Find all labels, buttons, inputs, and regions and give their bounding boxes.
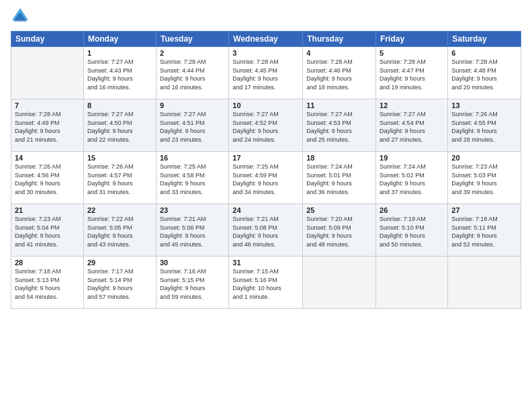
- week-row-4: 21Sunrise: 7:23 AMSunset: 5:04 PMDayligh…: [11, 204, 521, 257]
- day-info: Sunrise: 7:27 AMSunset: 4:50 PMDaylight:…: [87, 110, 152, 144]
- calendar-cell: 5Sunrise: 7:28 AMSunset: 4:47 PMDaylight…: [376, 47, 448, 99]
- calendar-cell: 4Sunrise: 7:28 AMSunset: 4:46 PMDaylight…: [303, 47, 376, 99]
- day-number: 18: [306, 154, 372, 162]
- day-number: 27: [451, 206, 517, 214]
- day-number: 25: [306, 206, 372, 214]
- day-info: Sunrise: 7:27 AMSunset: 4:52 PMDaylight:…: [232, 110, 299, 144]
- day-number: 14: [15, 154, 80, 162]
- logo-icon: [11, 7, 30, 26]
- day-number: 10: [232, 101, 299, 109]
- calendar-cell: 21Sunrise: 7:23 AMSunset: 5:04 PMDayligh…: [11, 204, 84, 257]
- day-info: Sunrise: 7:23 AMSunset: 5:04 PMDaylight:…: [15, 215, 80, 248]
- calendar-cell: 11Sunrise: 7:27 AMSunset: 4:53 PMDayligh…: [303, 99, 376, 152]
- calendar-cell: 16Sunrise: 7:25 AMSunset: 4:58 PMDayligh…: [156, 152, 228, 204]
- calendar-cell: [376, 257, 448, 309]
- day-info: Sunrise: 7:27 AMSunset: 4:54 PMDaylight:…: [380, 110, 444, 144]
- calendar-cell: 8Sunrise: 7:27 AMSunset: 4:50 PMDaylight…: [83, 99, 156, 152]
- day-number: 7: [15, 101, 80, 109]
- week-row-3: 14Sunrise: 7:26 AMSunset: 4:56 PMDayligh…: [11, 152, 521, 204]
- weekday-header-friday: Friday: [376, 32, 448, 47]
- week-row-2: 7Sunrise: 7:28 AMSunset: 4:49 PMDaylight…: [11, 99, 521, 152]
- weekday-header-row: SundayMondayTuesdayWednesdayThursdayFrid…: [11, 32, 521, 47]
- day-number: 13: [451, 101, 517, 109]
- calendar-cell: 25Sunrise: 7:20 AMSunset: 5:09 PMDayligh…: [303, 204, 376, 257]
- day-info: Sunrise: 7:28 AMSunset: 4:49 PMDaylight:…: [15, 110, 80, 144]
- calendar-cell: 9Sunrise: 7:27 AMSunset: 4:51 PMDaylight…: [156, 99, 228, 152]
- weekday-header-tuesday: Tuesday: [156, 32, 228, 47]
- day-number: 16: [160, 154, 225, 162]
- day-info: Sunrise: 7:24 AMSunset: 5:01 PMDaylight:…: [306, 163, 372, 196]
- day-info: Sunrise: 7:18 AMSunset: 5:11 PMDaylight:…: [451, 215, 517, 248]
- day-info: Sunrise: 7:21 AMSunset: 5:06 PMDaylight:…: [160, 215, 225, 248]
- day-info: Sunrise: 7:24 AMSunset: 5:02 PMDaylight:…: [380, 163, 444, 196]
- weekday-header-wednesday: Wednesday: [229, 32, 303, 47]
- calendar-cell: 24Sunrise: 7:21 AMSunset: 5:08 PMDayligh…: [229, 204, 303, 257]
- calendar-cell: 26Sunrise: 7:19 AMSunset: 5:10 PMDayligh…: [376, 204, 448, 257]
- day-info: Sunrise: 7:28 AMSunset: 4:46 PMDaylight:…: [306, 58, 372, 91]
- calendar-cell: 1Sunrise: 7:27 AMSunset: 4:43 PMDaylight…: [83, 47, 156, 99]
- day-number: 12: [380, 101, 444, 109]
- day-info: Sunrise: 7:16 AMSunset: 5:15 PMDaylight:…: [160, 267, 225, 301]
- calendar-cell: 14Sunrise: 7:26 AMSunset: 4:56 PMDayligh…: [11, 152, 84, 204]
- day-info: Sunrise: 7:23 AMSunset: 5:03 PMDaylight:…: [451, 163, 517, 196]
- day-info: Sunrise: 7:27 AMSunset: 4:43 PMDaylight:…: [87, 58, 152, 91]
- day-info: Sunrise: 7:25 AMSunset: 4:58 PMDaylight:…: [160, 163, 225, 196]
- day-info: Sunrise: 7:20 AMSunset: 5:09 PMDaylight:…: [306, 215, 372, 248]
- day-number: 1: [87, 49, 152, 57]
- day-info: Sunrise: 7:28 AMSunset: 4:47 PMDaylight:…: [380, 58, 444, 91]
- day-info: Sunrise: 7:28 AMSunset: 4:44 PMDaylight:…: [160, 58, 225, 91]
- calendar-cell: 13Sunrise: 7:26 AMSunset: 4:55 PMDayligh…: [448, 99, 521, 152]
- day-number: 31: [232, 259, 299, 267]
- calendar-cell: 2Sunrise: 7:28 AMSunset: 4:44 PMDaylight…: [156, 47, 228, 99]
- day-number: 28: [15, 259, 80, 267]
- day-info: Sunrise: 7:27 AMSunset: 4:53 PMDaylight:…: [306, 110, 372, 144]
- day-info: Sunrise: 7:18 AMSunset: 5:13 PMDaylight:…: [15, 267, 80, 301]
- calendar-cell: 6Sunrise: 7:28 AMSunset: 4:48 PMDaylight…: [448, 47, 521, 99]
- day-number: 29: [87, 259, 152, 267]
- calendar-cell: 28Sunrise: 7:18 AMSunset: 5:13 PMDayligh…: [11, 257, 84, 309]
- calendar-cell: 22Sunrise: 7:22 AMSunset: 5:05 PMDayligh…: [83, 204, 156, 257]
- calendar-cell: 27Sunrise: 7:18 AMSunset: 5:11 PMDayligh…: [448, 204, 521, 257]
- calendar-cell: 18Sunrise: 7:24 AMSunset: 5:01 PMDayligh…: [303, 152, 376, 204]
- day-info: Sunrise: 7:28 AMSunset: 4:45 PMDaylight:…: [232, 58, 299, 91]
- day-number: 4: [306, 49, 372, 57]
- day-number: 6: [451, 49, 517, 57]
- calendar-cell: 3Sunrise: 7:28 AMSunset: 4:45 PMDaylight…: [229, 47, 303, 99]
- day-number: 15: [87, 154, 152, 162]
- day-info: Sunrise: 7:26 AMSunset: 4:57 PMDaylight:…: [87, 163, 152, 196]
- calendar-cell: 30Sunrise: 7:16 AMSunset: 5:15 PMDayligh…: [156, 257, 228, 309]
- day-info: Sunrise: 7:25 AMSunset: 4:59 PMDaylight:…: [232, 163, 299, 196]
- calendar-cell: [11, 47, 84, 99]
- day-number: 22: [87, 206, 152, 214]
- day-info: Sunrise: 7:28 AMSunset: 4:48 PMDaylight:…: [451, 58, 517, 91]
- day-number: 23: [160, 206, 225, 214]
- calendar-cell: 15Sunrise: 7:26 AMSunset: 4:57 PMDayligh…: [83, 152, 156, 204]
- calendar-cell: 20Sunrise: 7:23 AMSunset: 5:03 PMDayligh…: [448, 152, 521, 204]
- calendar-cell: [303, 257, 376, 309]
- calendar-cell: 29Sunrise: 7:17 AMSunset: 5:14 PMDayligh…: [83, 257, 156, 309]
- day-number: 26: [380, 206, 444, 214]
- day-info: Sunrise: 7:27 AMSunset: 4:51 PMDaylight:…: [160, 110, 225, 144]
- day-number: 5: [380, 49, 444, 57]
- day-number: 2: [160, 49, 225, 57]
- day-number: 19: [380, 154, 444, 162]
- header: [11, 7, 521, 26]
- calendar-cell: 10Sunrise: 7:27 AMSunset: 4:52 PMDayligh…: [229, 99, 303, 152]
- day-info: Sunrise: 7:17 AMSunset: 5:14 PMDaylight:…: [87, 267, 152, 301]
- day-number: 9: [160, 101, 225, 109]
- day-number: 11: [306, 101, 372, 109]
- calendar-cell: 7Sunrise: 7:28 AMSunset: 4:49 PMDaylight…: [11, 99, 84, 152]
- day-number: 17: [232, 154, 299, 162]
- calendar-cell: 19Sunrise: 7:24 AMSunset: 5:02 PMDayligh…: [376, 152, 448, 204]
- calendar-cell: 17Sunrise: 7:25 AMSunset: 4:59 PMDayligh…: [229, 152, 303, 204]
- weekday-header-saturday: Saturday: [448, 32, 521, 47]
- day-info: Sunrise: 7:15 AMSunset: 5:16 PMDaylight:…: [232, 267, 299, 301]
- weekday-header-monday: Monday: [83, 32, 156, 47]
- page: SundayMondayTuesdayWednesdayThursdayFrid…: [0, 0, 532, 411]
- day-info: Sunrise: 7:22 AMSunset: 5:05 PMDaylight:…: [87, 215, 152, 248]
- week-row-1: 1Sunrise: 7:27 AMSunset: 4:43 PMDaylight…: [11, 47, 521, 99]
- calendar-cell: 12Sunrise: 7:27 AMSunset: 4:54 PMDayligh…: [376, 99, 448, 152]
- week-row-5: 28Sunrise: 7:18 AMSunset: 5:13 PMDayligh…: [11, 257, 521, 309]
- day-info: Sunrise: 7:19 AMSunset: 5:10 PMDaylight:…: [380, 215, 444, 248]
- day-number: 20: [451, 154, 517, 162]
